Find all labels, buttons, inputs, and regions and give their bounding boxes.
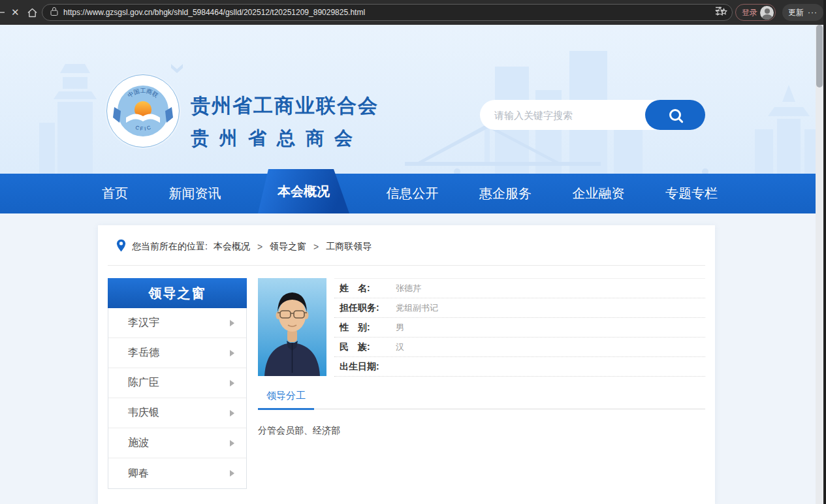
lock-icon: [50, 7, 58, 19]
chevron-right-icon: [230, 470, 234, 477]
sidebar-title: 领导之窗: [108, 278, 247, 308]
breadcrumb-item-leaders-window[interactable]: 领导之窗: [270, 241, 306, 253]
sidebar-item-li-hanyu[interactable]: 李汉宇: [108, 308, 246, 338]
field-row-gender: 性 别: 男: [334, 318, 705, 338]
nav-item-enterprise-financing[interactable]: 企业融资: [569, 174, 629, 213]
sidebar-item-wei-qingyin[interactable]: 韦庆银: [108, 398, 246, 428]
site-header: 中国工商联 C F I C 贵州省工商业联合会 贵州省总商会: [0, 25, 826, 174]
field-row-ethnicity: 民 族: 汉: [334, 338, 705, 357]
scrollbar-thumb[interactable]: [816, 25, 823, 87]
nav-item-enterprise-services[interactable]: 惠企服务: [475, 174, 535, 213]
nav-item-about-active[interactable]: 本会概况: [258, 169, 349, 213]
org-title-line1: 贵州省工商业联合会: [191, 93, 379, 119]
nav-item-news[interactable]: 新闻资讯: [165, 174, 225, 213]
update-label: 更新: [788, 7, 804, 18]
chevron-right-icon: [230, 440, 234, 447]
nav-item-special-topics[interactable]: 专题专栏: [661, 174, 722, 213]
page: ✕ https://www.gzsgsl.gov.cn/bhgk/shld_59…: [0, 0, 826, 504]
chevron-right-icon: [230, 380, 234, 386]
nav-item-info-disclosure[interactable]: 信息公开: [383, 174, 443, 213]
search-icon: [669, 109, 681, 121]
sidebar-item-li-yuede[interactable]: 李岳德: [108, 338, 246, 368]
breadcrumb: 您当前所在的位置: 本会概况 > 领导之窗 > 工商联领导: [98, 225, 715, 265]
collections-icon[interactable]: [715, 6, 727, 19]
browser-update-button[interactable]: 更新 ···: [782, 4, 823, 21]
close-tab-icon[interactable]: ✕: [11, 0, 20, 25]
profile-fields-table: 姓 名: 张德芹 担任职务: 党组副书记 性 别: 男 民 族:: [334, 278, 705, 377]
leaders-sidebar: 领导之窗 李汉宇 李岳德 陈广臣 韦庆银 施波 卿春: [108, 278, 247, 489]
home-icon[interactable]: [27, 7, 38, 21]
tab-leader-duties[interactable]: 领导分工: [258, 390, 314, 410]
login-button[interactable]: 登录: [735, 4, 776, 21]
window-edge: [823, 0, 826, 504]
page-scrollbar[interactable]: [816, 25, 823, 504]
breadcrumb-item-about[interactable]: 本会概况: [214, 241, 250, 253]
org-logo: 中国工商联 C F I C: [106, 74, 180, 148]
content-card: 您当前所在的位置: 本会概况 > 领导之窗 > 工商联领导 领导之窗 李汉宇 李…: [98, 225, 715, 504]
leader-portrait-photo: [258, 278, 326, 376]
profile-avatar-icon: [760, 6, 774, 20]
browser-menu-icon[interactable]: ···: [808, 8, 818, 17]
sidebar-item-shi-bo[interactable]: 施波: [108, 428, 246, 458]
breadcrumb-separator: >: [257, 242, 262, 252]
leader-profile: 姓 名: 张德芹 担任职务: 党组副书记 性 别: 男 民 族:: [258, 278, 705, 489]
browser-chrome: ✕ https://www.gzsgsl.gov.cn/bhgk/shld_59…: [0, 0, 826, 25]
field-row-name: 姓 名: 张德芹: [334, 279, 705, 298]
org-title-line2: 贵州省总商会: [191, 126, 379, 151]
chevron-right-icon: [230, 410, 234, 417]
url-text[interactable]: https://www.gzsgsl.gov.cn/bhgk/shld_5984…: [63, 8, 714, 17]
location-pin-icon: [116, 239, 126, 254]
toolbar-edge-fragment: [0, 12, 5, 13]
site-search: [480, 100, 705, 130]
breadcrumb-separator: >: [313, 242, 319, 252]
field-row-position: 担任职务: 党组副书记: [334, 298, 705, 318]
search-button[interactable]: [645, 100, 705, 130]
profile-tabs: 领导分工: [258, 390, 705, 409]
field-row-birthdate: 出生日期:: [334, 357, 705, 377]
main-nav: 首页 新闻资讯 本会概况 信息公开 惠企服务 企业融资 专题专栏: [0, 174, 826, 213]
duty-description: 分管会员部、经济部: [258, 425, 705, 437]
login-label: 登录: [742, 7, 757, 18]
sidebar-item-qing-chun[interactable]: 卿春: [108, 458, 246, 488]
chevron-right-icon: [230, 350, 234, 356]
breadcrumb-item-federation-leaders[interactable]: 工商联领导: [326, 241, 372, 253]
nav-item-home[interactable]: 首页: [98, 174, 132, 213]
breadcrumb-prefix: 您当前所在的位置:: [132, 241, 208, 253]
chevron-right-icon: [230, 320, 234, 326]
address-bar[interactable]: https://www.gzsgsl.gov.cn/bhgk/shld_5984…: [42, 4, 733, 21]
sidebar-item-chen-guangchen[interactable]: 陈广臣: [108, 368, 246, 398]
